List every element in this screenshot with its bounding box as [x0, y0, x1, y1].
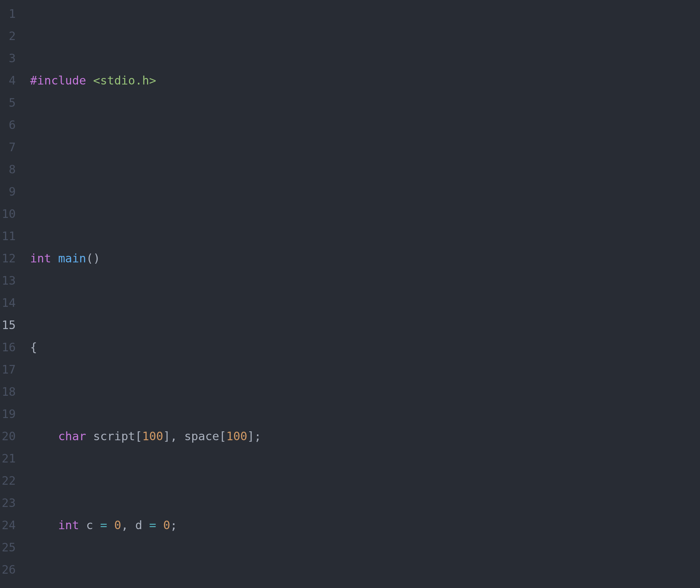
line-number: 2: [0, 25, 22, 47]
code-line[interactable]: int c = 0, d = 0;: [22, 514, 700, 536]
code-line[interactable]: #include <stdio.h>: [22, 69, 700, 92]
line-number: 21: [0, 447, 22, 470]
line-number: 25: [0, 536, 22, 559]
token-number: 100: [226, 429, 247, 443]
line-number: 7: [0, 136, 22, 158]
line-number: 3: [0, 47, 22, 69]
line-number: 14: [0, 292, 22, 314]
code-line[interactable]: {: [22, 336, 700, 358]
code-line[interactable]: int main(): [22, 247, 700, 270]
token-punct: (): [86, 251, 100, 265]
line-number-active: 15: [0, 314, 22, 336]
line-number: 9: [0, 181, 22, 203]
token-punct: ;: [170, 518, 177, 532]
token-ident: ], space[: [163, 429, 226, 443]
line-number: 26: [0, 559, 22, 581]
line-number: 13: [0, 270, 22, 292]
line-number: 6: [0, 114, 22, 136]
token-var: d: [135, 518, 149, 532]
token-preprocessor: #include: [30, 74, 93, 87]
token-type: char: [58, 429, 93, 443]
token-punct: ,: [121, 518, 135, 532]
code-line-blank[interactable]: [22, 158, 700, 181]
line-number: 20: [0, 425, 22, 447]
line-number: 24: [0, 514, 22, 536]
code-line[interactable]: char script[100], space[100];: [22, 425, 700, 447]
token-header: <stdio.h>: [93, 74, 156, 87]
line-number: 1: [0, 3, 22, 25]
indent: [30, 429, 58, 443]
line-gutter: 1 2 3 4 5 6 7 8 9 10 11 12 13 14 15 16 1…: [0, 0, 22, 588]
token-function: main: [58, 251, 86, 265]
line-number: 23: [0, 492, 22, 514]
line-number: 8: [0, 158, 22, 181]
line-number: 12: [0, 247, 22, 270]
line-number: 18: [0, 381, 22, 403]
line-number: 11: [0, 225, 22, 247]
line-number: 10: [0, 203, 22, 225]
indent: [30, 518, 58, 532]
code-editor[interactable]: 1 2 3 4 5 6 7 8 9 10 11 12 13 14 15 16 1…: [0, 0, 700, 588]
line-number: 4: [0, 69, 22, 92]
line-number: 5: [0, 92, 22, 114]
token-var: c: [86, 518, 100, 532]
token-number: 0: [163, 518, 170, 532]
token-op: =: [149, 518, 163, 532]
line-number: 22: [0, 470, 22, 492]
code-area[interactable]: #include <stdio.h> int main() { char scr…: [22, 0, 700, 588]
token-ident: script[: [93, 429, 142, 443]
line-number: 17: [0, 358, 22, 381]
token-punct: ];: [247, 429, 261, 443]
token-brace: {: [30, 340, 37, 354]
token-number: 0: [114, 518, 121, 532]
token-op: =: [100, 518, 114, 532]
line-number: 19: [0, 403, 22, 425]
line-number: 16: [0, 336, 22, 358]
token-type: int: [58, 518, 86, 532]
token-number: 100: [142, 429, 163, 443]
token-type: int: [30, 251, 58, 265]
